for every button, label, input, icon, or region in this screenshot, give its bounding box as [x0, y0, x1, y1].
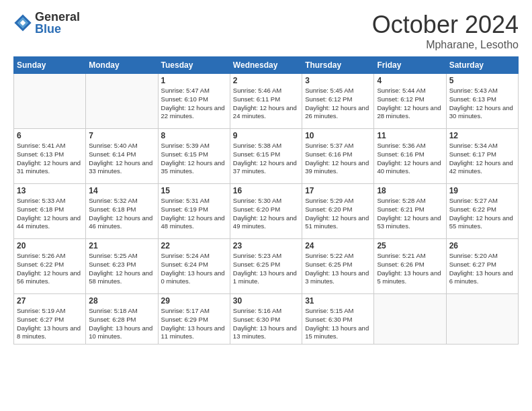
day-info: Sunrise: 5:34 AMSunset: 6:17 PMDaylight:… — [449, 142, 515, 176]
calendar-cell: 5Sunrise: 5:43 AMSunset: 6:13 PMDaylight… — [446, 74, 518, 129]
calendar-cell: 14Sunrise: 5:32 AMSunset: 6:18 PMDayligh… — [86, 184, 158, 239]
day-number: 15 — [161, 186, 227, 195]
day-number: 2 — [233, 76, 299, 85]
calendar-cell: 10Sunrise: 5:37 AMSunset: 6:16 PMDayligh… — [302, 129, 374, 184]
day-number: 22 — [161, 241, 227, 250]
day-number: 14 — [89, 186, 154, 195]
week-row-2: 6Sunrise: 5:41 AMSunset: 6:13 PMDaylight… — [14, 129, 519, 184]
day-number: 9 — [233, 131, 299, 140]
day-info: Sunrise: 5:23 AMSunset: 6:25 PMDaylight:… — [233, 252, 299, 286]
weekday-header-friday: Friday — [374, 57, 446, 74]
day-info: Sunrise: 5:24 AMSunset: 6:24 PMDaylight:… — [161, 252, 227, 286]
day-info: Sunrise: 5:15 AMSunset: 6:30 PMDaylight:… — [305, 307, 371, 341]
calendar-cell: 2Sunrise: 5:46 AMSunset: 6:11 PMDaylight… — [230, 74, 302, 129]
logo-general-text: General — [35, 11, 80, 23]
calendar-cell — [14, 74, 86, 129]
day-number: 24 — [305, 241, 371, 250]
day-info: Sunrise: 5:39 AMSunset: 6:15 PMDaylight:… — [161, 142, 227, 176]
day-info: Sunrise: 5:27 AMSunset: 6:22 PMDaylight:… — [449, 197, 515, 231]
logo-blue-text: Blue — [35, 23, 80, 35]
calendar-cell: 17Sunrise: 5:29 AMSunset: 6:20 PMDayligh… — [302, 184, 374, 239]
day-info: Sunrise: 5:41 AMSunset: 6:13 PMDaylight:… — [17, 142, 83, 176]
calendar-cell — [446, 294, 518, 345]
calendar-cell: 21Sunrise: 5:25 AMSunset: 6:23 PMDayligh… — [86, 239, 158, 294]
calendar-cell: 6Sunrise: 5:41 AMSunset: 6:13 PMDaylight… — [14, 129, 86, 184]
day-number: 28 — [89, 296, 154, 306]
day-number: 8 — [161, 131, 227, 140]
day-number: 25 — [377, 241, 443, 250]
logo-text: General Blue — [35, 11, 80, 35]
day-number: 5 — [449, 76, 515, 85]
day-info: Sunrise: 5:46 AMSunset: 6:11 PMDaylight:… — [233, 87, 299, 121]
day-number: 26 — [449, 241, 515, 250]
weekday-header-sunday: Sunday — [14, 57, 86, 74]
week-row-1: 1Sunrise: 5:47 AMSunset: 6:10 PMDaylight… — [14, 74, 519, 129]
calendar-cell: 12Sunrise: 5:34 AMSunset: 6:17 PMDayligh… — [446, 129, 518, 184]
calendar-cell: 27Sunrise: 5:19 AMSunset: 6:27 PMDayligh… — [14, 294, 86, 345]
day-info: Sunrise: 5:32 AMSunset: 6:18 PMDaylight:… — [89, 197, 154, 231]
calendar-cell: 28Sunrise: 5:18 AMSunset: 6:28 PMDayligh… — [86, 294, 158, 345]
logo-icon — [13, 13, 32, 32]
day-info: Sunrise: 5:31 AMSunset: 6:19 PMDaylight:… — [161, 197, 227, 231]
calendar-cell: 30Sunrise: 5:16 AMSunset: 6:30 PMDayligh… — [230, 294, 302, 345]
day-info: Sunrise: 5:44 AMSunset: 6:12 PMDaylight:… — [377, 87, 443, 121]
day-number: 23 — [233, 241, 299, 250]
calendar-cell: 3Sunrise: 5:45 AMSunset: 6:12 PMDaylight… — [302, 74, 374, 129]
day-info: Sunrise: 5:20 AMSunset: 6:27 PMDaylight:… — [449, 252, 515, 286]
calendar-cell: 16Sunrise: 5:30 AMSunset: 6:20 PMDayligh… — [230, 184, 302, 239]
day-info: Sunrise: 5:38 AMSunset: 6:15 PMDaylight:… — [233, 142, 299, 176]
day-number: 18 — [377, 186, 443, 195]
day-number: 3 — [305, 76, 371, 85]
calendar-cell — [86, 74, 158, 129]
weekday-header-saturday: Saturday — [446, 57, 518, 74]
day-info: Sunrise: 5:47 AMSunset: 6:10 PMDaylight:… — [161, 87, 227, 121]
weekday-header-monday: Monday — [86, 57, 158, 74]
calendar-cell: 15Sunrise: 5:31 AMSunset: 6:19 PMDayligh… — [158, 184, 230, 239]
logo: General Blue — [13, 11, 80, 35]
day-info: Sunrise: 5:16 AMSunset: 6:30 PMDaylight:… — [233, 307, 299, 341]
calendar-cell: 18Sunrise: 5:28 AMSunset: 6:21 PMDayligh… — [374, 184, 446, 239]
day-info: Sunrise: 5:37 AMSunset: 6:16 PMDaylight:… — [305, 142, 371, 176]
weekday-header-thursday: Thursday — [302, 57, 374, 74]
calendar-cell: 24Sunrise: 5:22 AMSunset: 6:25 PMDayligh… — [302, 239, 374, 294]
calendar-cell: 25Sunrise: 5:21 AMSunset: 6:26 PMDayligh… — [374, 239, 446, 294]
weekday-header-tuesday: Tuesday — [158, 57, 230, 74]
day-info: Sunrise: 5:21 AMSunset: 6:26 PMDaylight:… — [377, 252, 443, 286]
day-info: Sunrise: 5:28 AMSunset: 6:21 PMDaylight:… — [377, 197, 443, 231]
day-info: Sunrise: 5:30 AMSunset: 6:20 PMDaylight:… — [233, 197, 299, 231]
calendar-cell: 11Sunrise: 5:36 AMSunset: 6:16 PMDayligh… — [374, 129, 446, 184]
calendar-cell: 13Sunrise: 5:33 AMSunset: 6:18 PMDayligh… — [14, 184, 86, 239]
week-row-5: 27Sunrise: 5:19 AMSunset: 6:27 PMDayligh… — [14, 294, 519, 345]
day-number: 11 — [377, 131, 443, 140]
weekday-header-row: SundayMondayTuesdayWednesdayThursdayFrid… — [14, 57, 519, 74]
day-number: 20 — [17, 241, 83, 250]
day-info: Sunrise: 5:29 AMSunset: 6:20 PMDaylight:… — [305, 197, 371, 231]
location-title: Mpharane, Lesotho — [372, 39, 519, 51]
week-row-3: 13Sunrise: 5:33 AMSunset: 6:18 PMDayligh… — [14, 184, 519, 239]
weekday-header-wednesday: Wednesday — [230, 57, 302, 74]
day-info: Sunrise: 5:45 AMSunset: 6:12 PMDaylight:… — [305, 87, 371, 121]
day-info: Sunrise: 5:33 AMSunset: 6:18 PMDaylight:… — [17, 197, 83, 231]
calendar-cell: 4Sunrise: 5:44 AMSunset: 6:12 PMDaylight… — [374, 74, 446, 129]
day-number: 13 — [17, 186, 83, 195]
day-number: 16 — [233, 186, 299, 195]
day-number: 27 — [17, 296, 83, 306]
day-number: 21 — [89, 241, 154, 250]
day-info: Sunrise: 5:43 AMSunset: 6:13 PMDaylight:… — [449, 87, 515, 121]
day-number: 19 — [449, 186, 515, 195]
calendar-cell: 31Sunrise: 5:15 AMSunset: 6:30 PMDayligh… — [302, 294, 374, 345]
day-number: 7 — [89, 131, 154, 140]
calendar-cell: 1Sunrise: 5:47 AMSunset: 6:10 PMDaylight… — [158, 74, 230, 129]
page: General Blue October 2024 Mpharane, Leso… — [0, 0, 532, 411]
day-info: Sunrise: 5:26 AMSunset: 6:22 PMDaylight:… — [17, 252, 83, 286]
day-number: 4 — [377, 76, 443, 85]
day-info: Sunrise: 5:36 AMSunset: 6:16 PMDaylight:… — [377, 142, 443, 176]
day-number: 6 — [17, 131, 83, 140]
calendar-cell — [374, 294, 446, 345]
calendar-table: SundayMondayTuesdayWednesdayThursdayFrid… — [13, 56, 519, 345]
day-number: 30 — [233, 296, 299, 306]
header: General Blue October 2024 Mpharane, Leso… — [13, 11, 519, 51]
day-info: Sunrise: 5:18 AMSunset: 6:28 PMDaylight:… — [89, 307, 154, 341]
calendar-cell: 8Sunrise: 5:39 AMSunset: 6:15 PMDaylight… — [158, 129, 230, 184]
day-number: 1 — [161, 76, 227, 85]
